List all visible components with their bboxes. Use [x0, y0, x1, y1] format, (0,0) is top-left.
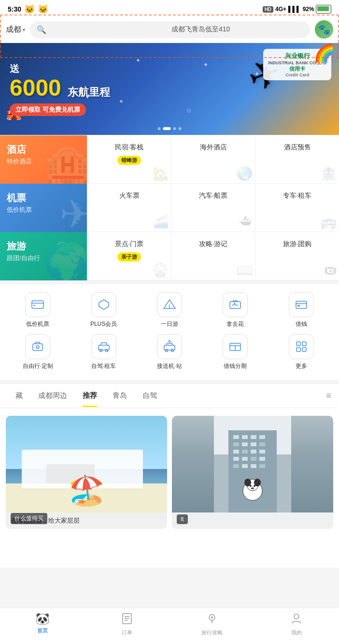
rainbow-icon: 🌈: [313, 43, 335, 63]
tab-recommend[interactable]: 推荐: [75, 384, 105, 407]
svg-point-15: [171, 350, 173, 352]
flight-sub-3-label: 专车·租车: [283, 191, 312, 200]
avatar-icon: 🐾: [318, 24, 330, 35]
flight-sub-2[interactable]: 汽车·船票 ⛴: [171, 184, 255, 232]
nav-travel-guide[interactable]: 旅行攻略: [170, 612, 254, 636]
quick-transfer[interactable]: 接送机·站: [145, 334, 194, 370]
borrow-icon: [289, 292, 314, 317]
travel-sub-3-label: 旅游·团购: [283, 240, 312, 249]
quick-self-drive[interactable]: 自驾·租车: [80, 334, 128, 370]
service-grid: 酒店 特价酒店 🏨 民宿·客栈 错峰游 🏡 海外酒店 🌏 酒店预售 🏦 机票 低…: [0, 135, 339, 280]
svg-point-12: [105, 350, 108, 352]
content-area: 什么值得买 去海边旅游，给大家层层: [0, 408, 339, 568]
flight-sub-2-label: 汽车·船票: [199, 191, 228, 200]
transfer-icon: [157, 334, 182, 359]
banner[interactable]: ✦ ✦ ✦ ✩ ✦ ✦ 送 6000 东航里程 立即领取 可免费兑机票 ✈ 兴业…: [0, 43, 339, 135]
transfer-label: 接送机·站: [157, 362, 182, 370]
card-beach[interactable]: 什么值得买 去海边旅游，给大家层层: [6, 416, 167, 529]
card-building-image: [172, 416, 333, 512]
installment-icon: [223, 334, 248, 359]
quick-icons: 低价机票 PLUS会员 一日游: [0, 284, 339, 380]
location-button[interactable]: 成都 ▾: [6, 25, 25, 35]
svg-point-51: [255, 482, 259, 486]
quick-day-trip[interactable]: 一日游: [145, 292, 194, 328]
svg-rect-19: [297, 342, 300, 346]
travel-sub-3[interactable]: 旅游·团购 🎟: [255, 232, 339, 280]
travel-main[interactable]: 旅游 跟团/自由行 🌍: [0, 232, 87, 280]
svg-rect-36: [251, 450, 256, 454]
home-icon: 🐼: [35, 612, 50, 626]
free-trip-label: 自由行·定制: [23, 362, 53, 370]
hotel-sub: 特价酒店: [7, 157, 80, 166]
quick-free-trip[interactable]: 自由行·定制: [14, 334, 62, 370]
svg-rect-20: [302, 342, 306, 346]
nav-home[interactable]: 🐼 首页: [0, 612, 85, 636]
hotel-sub-3-label: 酒店预售: [284, 143, 311, 152]
tab-chengdu-nearby[interactable]: 成都周边: [30, 384, 75, 407]
svg-rect-33: [259, 442, 265, 446]
svg-point-60: [211, 616, 213, 618]
travel-sub-1-label: 景点·门票: [115, 240, 144, 249]
svg-point-14: [165, 350, 168, 352]
svg-point-50: [246, 482, 250, 486]
svg-rect-27: [242, 435, 248, 439]
cheap-flights-icon: [25, 292, 50, 317]
svg-rect-0: [32, 301, 43, 308]
dot-1: [158, 127, 161, 130]
svg-rect-35: [242, 450, 248, 454]
svg-rect-5: [296, 301, 307, 308]
card-building-badge: It: [177, 514, 188, 524]
flight-sub-1[interactable]: 火车票 🚄: [87, 184, 171, 232]
quick-installment[interactable]: 借钱分期: [211, 334, 259, 370]
quick-row-1: 低价机票 PLUS会员 一日游: [0, 292, 339, 334]
avatar[interactable]: 🐾: [315, 20, 333, 39]
tab-tibet[interactable]: 藏: [8, 384, 30, 407]
banner-cta[interactable]: 立即领取 可免费兑机票: [10, 103, 86, 116]
quick-plus-member[interactable]: PLUS会员: [80, 292, 128, 328]
quick-more[interactable]: 更多: [277, 334, 325, 370]
emoji-icon2: 🐱: [38, 4, 48, 15]
na-qu-hua-icon: [223, 292, 248, 317]
svg-rect-42: [233, 464, 239, 468]
tab-self-drive[interactable]: 自驾: [135, 384, 165, 407]
hotel-sub-2[interactable]: 海外酒店 🌏: [171, 135, 255, 184]
quick-cheap-flights[interactable]: 低价机票: [14, 292, 62, 328]
svg-rect-30: [233, 442, 239, 446]
flight-sub-3[interactable]: 专车·租车 🚌: [255, 184, 339, 232]
travel-sub-2[interactable]: 攻略·游记 📖: [171, 232, 255, 280]
day-trip-label: 一日游: [161, 320, 178, 328]
card-beach-badge: 什么值得买: [11, 513, 47, 524]
tab-more-icon[interactable]: ≡: [326, 384, 331, 408]
tab-qingdao[interactable]: 青岛: [105, 384, 135, 407]
svg-rect-45: [259, 464, 265, 468]
time: 5:30: [8, 5, 21, 13]
search-text: 成都飞青岛低至410: [171, 25, 303, 34]
nav-orders[interactable]: 订单: [85, 612, 170, 636]
svg-rect-38: [233, 457, 239, 461]
hotel-sub-1[interactable]: 民宿·客栈 错峰游 🏡: [87, 135, 171, 184]
card-building[interactable]: It: [172, 416, 333, 529]
nav-profile[interactable]: 我的: [254, 612, 339, 636]
quick-borrow[interactable]: 借钱: [277, 292, 325, 328]
status-bar: 5:30 🐱 🐱 HD 4G+ ▌▌▌ 92%: [0, 0, 339, 16]
flight-main[interactable]: 机票 低价机票 ✈: [0, 184, 87, 232]
svg-rect-34: [233, 450, 239, 454]
flight-sub-1-label: 火车票: [119, 191, 140, 200]
emoji-icon1: 🐱: [24, 4, 35, 15]
hotel-main[interactable]: 酒店 特价酒店 🏨: [0, 135, 87, 184]
search-bar[interactable]: 🔍 成都飞青岛低至410: [30, 21, 310, 38]
svg-rect-40: [251, 457, 256, 461]
svg-point-54: [251, 487, 254, 489]
quick-na-qu-hua[interactable]: 拿去花: [211, 292, 259, 328]
banner-prefix: 送: [10, 62, 110, 75]
hotel-sub-3[interactable]: 酒店预售 🏦: [255, 135, 339, 184]
banner-number: 6000 东航里程: [10, 76, 110, 100]
hd-badge: HD: [263, 6, 273, 13]
travel-sub: 跟团/自由行: [7, 254, 80, 263]
travel-sub-1[interactable]: 景点·门票 亲子游 🎡: [87, 232, 171, 280]
dot-4: [179, 127, 182, 130]
location-text: 成都: [6, 25, 21, 35]
installment-label: 借钱分期: [224, 362, 247, 370]
svg-rect-22: [302, 348, 306, 351]
search-icon: 🔍: [37, 25, 169, 34]
